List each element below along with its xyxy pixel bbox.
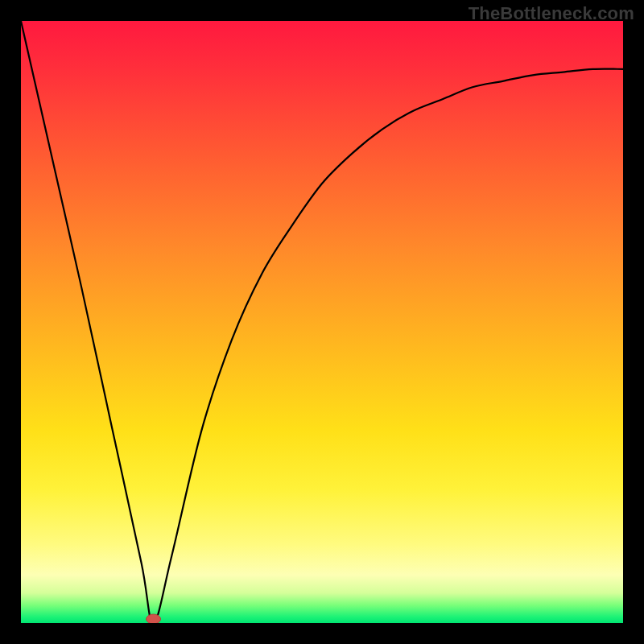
chart-svg	[21, 21, 623, 623]
optimal-point-marker	[147, 614, 161, 623]
bottleneck-curve	[21, 21, 623, 623]
chart-frame: TheBottleneck.com	[0, 0, 644, 644]
plot-area	[21, 21, 623, 623]
